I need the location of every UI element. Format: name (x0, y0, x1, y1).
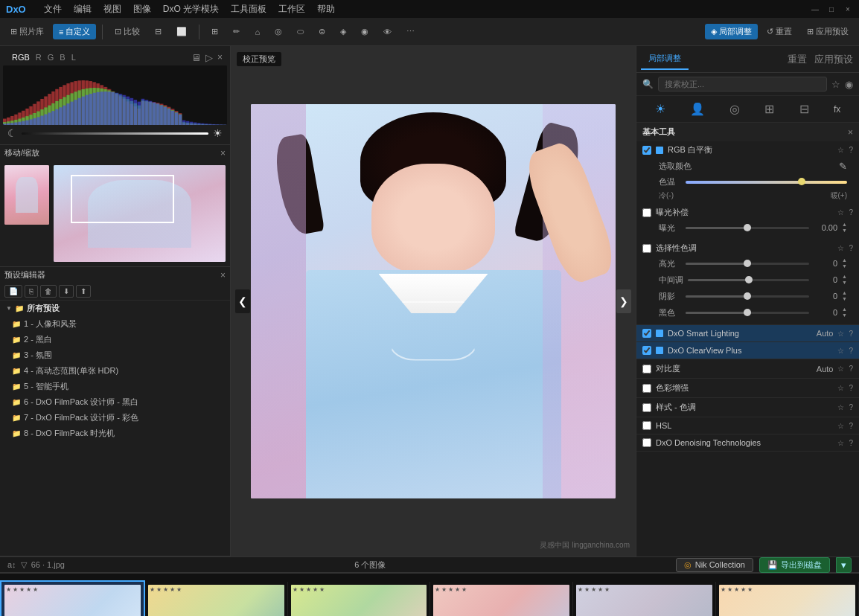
denoising-help[interactable]: ? (849, 439, 853, 447)
midtone-track[interactable] (688, 279, 809, 281)
minimize-button[interactable]: — (810, 4, 820, 14)
histogram-close[interactable]: × (217, 52, 223, 63)
preset-item-8[interactable]: 📁 8 - DxO FilmPack 时光机 (0, 426, 230, 441)
horizon-tool[interactable]: ⊜ (313, 25, 331, 39)
midtone-spinner[interactable]: ▲ ▼ (842, 274, 847, 286)
clearview-checkbox[interactable] (642, 346, 651, 355)
minimap-viewport-box[interactable] (71, 175, 174, 223)
repair-tool[interactable]: ◈ (334, 25, 352, 39)
geometry-tool-icon[interactable]: ⊟ (797, 100, 811, 118)
correction-search-input[interactable] (658, 77, 827, 92)
preset-all-root[interactable]: ▼ 📁 所有预设 (0, 301, 230, 316)
shadow-thumb[interactable] (744, 292, 751, 300)
local-tool[interactable]: ⌂ (249, 25, 266, 39)
contrast-help[interactable]: ? (849, 365, 853, 373)
menu-view[interactable]: 视图 (103, 3, 121, 16)
straighten-tool[interactable]: ✏ (227, 25, 246, 39)
mask-tool[interactable]: ◉ (355, 25, 374, 39)
exposure-checkbox[interactable] (642, 208, 651, 217)
crop-tool[interactable]: ⊞ (205, 25, 224, 39)
sun-tool-icon[interactable]: ☀ (653, 100, 668, 118)
smart-lighting-help[interactable]: ? (849, 330, 853, 338)
selective-tone-star[interactable]: ☆ (837, 244, 844, 252)
selective-tone-checkbox[interactable] (642, 244, 651, 253)
white-balance-checkbox[interactable] (642, 146, 651, 155)
preset-delete-button[interactable]: 🗑 (40, 285, 57, 298)
close-button[interactable]: × (843, 4, 853, 14)
film-item-3[interactable]: ★ ★ ★ ★ ★ 3.jpg (288, 582, 431, 616)
fx-tool-icon[interactable]: fx (831, 102, 843, 117)
window-controls[interactable]: — □ × (810, 4, 853, 14)
hist-tab-rgb[interactable]: RGB (12, 53, 30, 62)
minimap-close[interactable]: × (220, 148, 226, 158)
denoising-star[interactable]: ☆ (837, 439, 844, 447)
histogram-tabs[interactable]: RGB R G B L (7, 51, 80, 63)
preset-item-7[interactable]: 📁 7 - DxO FilmPack 设计师 - 彩色 (0, 410, 230, 426)
highlight-thumb[interactable] (744, 260, 751, 267)
black-thumb[interactable] (744, 309, 751, 316)
clearview-star[interactable]: ☆ (837, 347, 844, 355)
preset-copy-button[interactable]: ⎘ (25, 285, 38, 298)
highlight-spinner[interactable]: ▲ ▼ (842, 257, 847, 269)
preset-new-button[interactable]: 📄 (4, 285, 22, 298)
denoising-checkbox[interactable] (642, 438, 651, 447)
color-enhance-star[interactable]: ☆ (837, 384, 844, 392)
preset-export-button[interactable]: ⬆ (76, 285, 91, 298)
hist-tab-b[interactable]: B (60, 53, 65, 62)
color-enhance-help[interactable]: ? (849, 384, 853, 392)
monitor-icon[interactable]: 🖥 (191, 52, 201, 63)
eye-tool[interactable]: 👁 (377, 25, 397, 39)
menu-bar[interactable]: 文件 编辑 视图 图像 DxO 光学模块 工具面板 工作区 帮助 (44, 3, 335, 16)
hsl-checkbox[interactable] (642, 421, 651, 430)
preset-editor-close[interactable]: × (220, 270, 226, 280)
hsl-help[interactable]: ? (849, 422, 853, 430)
exposure-spinner[interactable]: ▲ ▼ (842, 222, 847, 234)
selective-tone-help[interactable]: ? (849, 244, 853, 252)
contrast-checkbox[interactable] (642, 365, 651, 373)
menu-dxo-optics[interactable]: DxO 光学模块 (163, 3, 219, 16)
highlight-track[interactable] (686, 263, 809, 265)
exposure-down[interactable]: ▼ (842, 228, 847, 234)
apply-preset-button[interactable]: ⊞ 应用预设 (801, 24, 855, 39)
black-spinner[interactable]: ▲ ▼ (842, 307, 847, 318)
hsl-star[interactable]: ☆ (837, 422, 844, 430)
more-tools[interactable]: ⋯ (400, 25, 421, 39)
menu-workspace[interactable]: 工作区 (278, 3, 305, 16)
exposure-thumb[interactable] (744, 224, 751, 231)
film-item-2[interactable]: ★ ★ ★ ★ ★ 2.jpg (145, 582, 288, 616)
preset-import-button[interactable]: ⬇ (59, 285, 74, 298)
exposure-track[interactable] (686, 227, 809, 229)
reset-tab-button[interactable]: 重置 (786, 51, 808, 68)
maximize-button[interactable]: □ (826, 4, 837, 14)
apply-preset-tab-button[interactable]: 应用预设 (813, 51, 855, 68)
color-temp-thumb[interactable] (798, 178, 805, 185)
hist-tab-g[interactable]: G (48, 53, 54, 62)
black-track[interactable] (686, 312, 809, 314)
contrast-star[interactable]: ☆ (837, 365, 844, 373)
play-icon[interactable]: ▷ (205, 52, 213, 63)
customize-tab[interactable]: ≡ 自定义 (53, 24, 96, 39)
shadow-spinner[interactable]: ▲ ▼ (842, 290, 847, 302)
hist-tab-l[interactable]: L (71, 53, 76, 62)
midtone-thumb[interactable] (745, 276, 753, 283)
preset-item-2[interactable]: 📁 2 - 黑白 (0, 332, 230, 347)
lens-tool-icon[interactable]: ◎ (727, 100, 742, 118)
search-eye-icon[interactable]: ◉ (845, 79, 853, 90)
split-button[interactable]: ⊟ (149, 25, 167, 39)
film-item-4[interactable]: ★ ★ ★ ★ ★ 4.jpg (430, 582, 573, 616)
preset-item-3[interactable]: 📁 3 - 氛围 (0, 347, 230, 363)
menu-edit[interactable]: 编辑 (74, 3, 92, 16)
style-tone-help[interactable]: ? (849, 403, 853, 411)
photo-library-tab[interactable]: ⊞ 照片库 (4, 24, 50, 39)
color-enhance-checkbox[interactable] (642, 384, 651, 393)
smart-lighting-checkbox[interactable] (642, 329, 651, 338)
film-item-6[interactable]: ★ ★ ★ ★ ★ 灵感中国 6.jpg (716, 582, 859, 616)
person-tool-icon[interactable]: 👤 (688, 100, 707, 118)
film-item-5[interactable]: ★ ★ ★ ★ ★ 5.jpg (573, 582, 716, 616)
preset-item-4[interactable]: 📁 4 - 高动态范围(单张 HDR) (0, 363, 230, 379)
white-balance-help[interactable]: ? (849, 146, 853, 154)
style-tone-star[interactable]: ☆ (837, 403, 844, 411)
canvas-nav-right[interactable]: ❯ (616, 289, 631, 313)
compare-button[interactable]: ⊡ 比较 (109, 24, 146, 39)
sort-icon[interactable]: a↕ (7, 560, 16, 569)
